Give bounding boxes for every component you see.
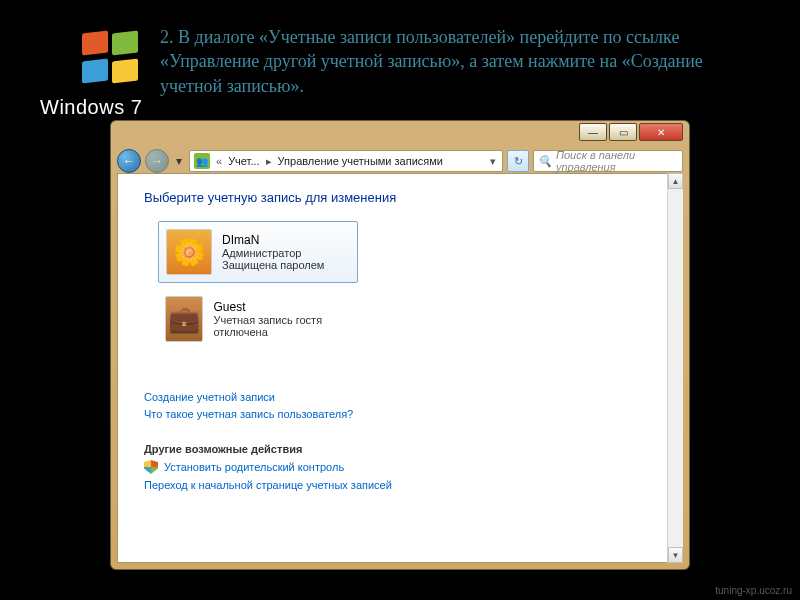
window-controls: — ▭ ✕ bbox=[579, 123, 683, 141]
search-placeholder: Поиск в панели управления bbox=[556, 149, 678, 173]
accounts-home-link[interactable]: Переход к начальной странице учетных зап… bbox=[144, 479, 656, 491]
breadcrumb-1[interactable]: Учет... bbox=[228, 155, 259, 167]
parental-control-row: Установить родительский контроль bbox=[144, 460, 656, 474]
parental-control-link[interactable]: Установить родительский контроль bbox=[164, 461, 344, 473]
nav-history-dropdown[interactable]: ▾ bbox=[173, 150, 185, 172]
shield-icon bbox=[144, 460, 158, 474]
users-icon: 👥 bbox=[194, 153, 210, 169]
breadcrumb-sep-icon: « bbox=[214, 155, 224, 167]
vertical-scrollbar[interactable]: ▲ ▼ bbox=[667, 173, 683, 563]
minimize-button[interactable]: — bbox=[579, 123, 607, 141]
search-icon: 🔍 bbox=[538, 155, 552, 168]
what-is-account-link[interactable]: Что такое учетная запись пользователя? bbox=[144, 408, 656, 420]
account-name: Guest bbox=[213, 300, 351, 314]
account-item-diman[interactable]: 🌼 DImaN Администратор Защищена паролем bbox=[158, 221, 358, 283]
content-pane: Выберите учетную запись для изменения 🌼 … bbox=[117, 173, 683, 563]
other-actions-heading: Другие возможные действия bbox=[144, 443, 656, 455]
maximize-button[interactable]: ▭ bbox=[609, 123, 637, 141]
account-list: 🌼 DImaN Администратор Защищена паролем 💼… bbox=[144, 221, 656, 349]
forward-button[interactable]: → bbox=[145, 149, 169, 173]
page-heading: Выберите учетную запись для изменения bbox=[144, 190, 656, 205]
windows-logo-text: Windows 7 bbox=[40, 96, 142, 119]
back-button[interactable]: ← bbox=[117, 149, 141, 173]
refresh-button[interactable]: ↻ bbox=[507, 150, 529, 172]
account-name: DImaN bbox=[222, 233, 324, 247]
address-dropdown-icon[interactable]: ▾ bbox=[490, 155, 498, 168]
watermark: tuning-xp.ucoz.ru bbox=[715, 585, 792, 596]
account-item-guest[interactable]: 💼 Guest Учетная запись гостя отключена bbox=[158, 289, 358, 349]
links-block: Создание учетной записи Что такое учетна… bbox=[144, 391, 656, 491]
avatar: 💼 bbox=[165, 296, 203, 342]
account-status: Учетная запись гостя отключена bbox=[213, 314, 351, 338]
breadcrumb-2[interactable]: Управление учетными записями bbox=[278, 155, 443, 167]
search-box[interactable]: 🔍 Поиск в панели управления bbox=[533, 150, 683, 172]
scroll-up-button[interactable]: ▲ bbox=[668, 173, 683, 189]
account-status: Защищена паролем bbox=[222, 259, 324, 271]
address-bar-row: ← → ▾ 👥 « Учет... ▸ Управление учетными … bbox=[117, 147, 683, 175]
address-bar[interactable]: 👥 « Учет... ▸ Управление учетными запися… bbox=[189, 150, 503, 172]
control-panel-window: — ▭ ✕ ← → ▾ 👥 « Учет... ▸ Управление уче… bbox=[110, 120, 690, 570]
close-button[interactable]: ✕ bbox=[639, 123, 683, 141]
breadcrumb-arrow-icon: ▸ bbox=[264, 155, 274, 168]
windows-logo bbox=[80, 30, 140, 90]
create-account-link[interactable]: Создание учетной записи bbox=[144, 391, 656, 403]
avatar: 🌼 bbox=[166, 229, 212, 275]
instruction-text: 2. В диалоге «Учетные записи пользовател… bbox=[160, 25, 740, 98]
account-role: Администратор bbox=[222, 247, 324, 259]
scroll-down-button[interactable]: ▼ bbox=[668, 547, 683, 563]
